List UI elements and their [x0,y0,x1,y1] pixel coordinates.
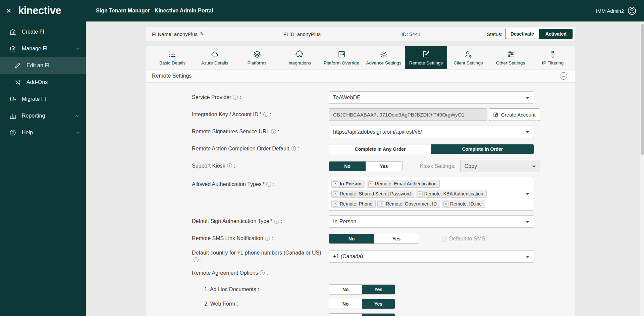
web-form-yes[interactable]: Yes [362,299,395,309]
sidebar-item-label: Add-Ons [26,79,48,85]
integration-key-value: CBJCHBCAABAA7t-971Oqid9AgPBJBZDfJhT49Org… [333,112,465,118]
status-label: Status: [487,31,502,37]
settings-panel: Basic Details Azure Details Platforms [146,46,575,316]
pencil-icon [13,61,21,70]
sidebar-item-help[interactable]: ? Help [0,124,86,141]
complete-in-order-option[interactable]: Complete In Order [431,144,534,154]
integration-key-field[interactable]: CBJCHBCAABAA7t-971Oqid9AgPBJBZDfJhT49Org… [329,108,487,121]
info-icon[interactable]: i [263,112,268,117]
user-name: IMM Admin2 [596,8,624,14]
info-icon[interactable]: i [260,270,265,275]
tab-remote-settings[interactable]: Remote Settings [405,46,447,69]
default-auth-dropdown[interactable]: In-Person [329,215,534,228]
default-auth-row: Default Sign Authentication Type*i: In-P… [146,215,575,228]
sidebar-item-edit-an-fi[interactable]: Edit an FI [0,57,86,74]
ip-filter-icon: IP [549,50,557,58]
default-to-sms-checkbox[interactable] [441,236,446,241]
tab-platform-override[interactable]: Platform Override [320,46,363,69]
integration-key-label: Integration Key / Account ID*i: [146,111,329,118]
sidebar-item-label: Migrate FI [22,96,46,102]
auth-types-multiselect[interactable]: × In-Person × Remote: Email Authenticati… [329,177,534,211]
info-icon[interactable]: i [194,257,199,262]
remove-chip-icon[interactable]: × [368,181,373,186]
collapse-section-icon[interactable]: − [560,72,567,80]
kiosk-settings-dropdown[interactable]: Copy [460,160,540,172]
ad-hoc-documents-toggle: No Yes [329,284,395,295]
tab-azure-details[interactable]: Azure Details [194,46,236,69]
chevron-down-icon [75,113,80,119]
remove-chip-icon[interactable]: × [443,201,448,207]
tab-advance-settings[interactable]: Advance Settings [363,46,405,69]
activated-button[interactable]: Activated [539,29,573,39]
remote-url-label: Remote Signatures Service URLi: [146,128,329,135]
tab-integrations[interactable]: Integrations [278,46,320,69]
agreement-options-label: Remote Agreement Optionsi: [146,270,329,277]
sidebar-item-manage-fi[interactable]: Manage FI [0,40,86,57]
info-icon[interactable]: i [291,146,296,151]
kiosk-settings-value: Copy [465,163,477,169]
create-account-button[interactable]: Create Account [489,108,540,121]
reusable-templates-no[interactable]: No [329,314,362,316]
info-icon[interactable]: i [233,95,238,100]
remove-chip-icon[interactable]: × [333,181,338,186]
reusable-templates-yes[interactable]: Yes [362,314,395,316]
box-arrow-icon [337,50,346,58]
sidebar: ✕ kinective Create FI Manage FI Edit an … [0,0,86,316]
tab-other-settings[interactable]: Other Settings [489,46,532,69]
sidebar-item-create-fi[interactable]: Create FI [0,24,86,40]
close-menu-icon[interactable]: ✕ [6,7,16,15]
tab-ip-filtering[interactable]: IP IP Filtering [532,46,574,69]
tab-basic-details[interactable]: Basic Details [151,46,194,69]
sidebar-item-reporting[interactable]: Reporting [0,107,86,124]
reusable-templates-row: 3. Reusable Templates : No Yes [146,313,575,316]
completion-order-toggle: Complete in Any Order Complete In Order [329,144,534,154]
info-icon[interactable]: i [227,163,232,168]
auth-types-label: Allowed Authentication Types*i: [146,177,329,188]
tab-client-settings[interactable]: Client Settings [447,46,489,69]
complete-any-order-option[interactable]: Complete in Any Order [329,144,431,154]
web-form-toggle: No Yes [329,299,395,309]
remove-chip-icon[interactable]: × [379,201,384,207]
scrollbar-thumb[interactable] [641,24,644,155]
default-auth-label: Default Sign Authentication Type*i: [146,218,329,225]
ad-hoc-yes[interactable]: Yes [362,285,395,294]
remove-chip-icon[interactable]: × [418,191,423,196]
svg-text:IP: IP [551,50,554,54]
required-mark: * [259,111,261,117]
info-icon[interactable]: i [265,236,270,241]
remove-chip-icon[interactable]: × [333,191,338,196]
auth-chip: × Remote: Shared Secret Password [331,190,414,198]
user-area: IMM Admin2 [596,6,637,15]
sms-notification-label: Remote SMS Link Notificationi: [146,235,329,242]
fi-card: FI Name: anonyPlus ✎ FI ID: anonyPlus ID… [146,27,575,316]
required-mark: * [263,181,265,187]
help-icon: ? [9,129,17,137]
support-kiosk-no[interactable]: No [329,162,366,171]
ad-hoc-documents-label: 1. Ad Hoc Documents : [146,286,329,292]
remove-chip-icon[interactable]: × [333,201,338,207]
info-icon[interactable]: i [274,219,279,224]
support-kiosk-toggle: No Yes [329,161,402,171]
info-icon[interactable]: i [271,129,276,134]
sms-yes[interactable]: Yes [374,234,419,243]
user-avatar-icon[interactable] [627,6,637,15]
sidebar-item-migrate-fi[interactable]: Migrate FI [0,91,86,107]
remote-url-dropdown[interactable]: https://api.adobesign.com/api/rest/v6/ [329,126,534,138]
tab-bar: Basic Details Azure Details Platforms [146,46,575,69]
tab-platforms[interactable]: Platforms [236,46,278,69]
deactivate-button[interactable]: Deactivate [505,29,539,39]
sidebar-item-label: Help [22,130,33,136]
vertical-scrollbar[interactable] [640,21,644,316]
ad-hoc-no[interactable]: No [329,285,362,294]
service-provider-dropdown[interactable]: TeAWebDE [329,91,534,104]
info-icon[interactable]: i [266,182,271,187]
sidebar-item-add-ons[interactable]: Add-Ons [0,74,86,91]
web-form-no[interactable]: No [329,299,362,309]
edit-fi-name-icon[interactable]: ✎ [200,31,204,37]
sidebar-item-label: Create FI [22,29,44,35]
support-kiosk-yes[interactable]: Yes [366,162,402,171]
sms-no[interactable]: No [329,234,374,243]
sms-notification-row: Remote SMS Link Notificationi: No Yes De… [146,232,575,245]
default-country-dropdown[interactable]: +1 (Canada) [329,250,534,263]
required-mark: * [270,218,272,224]
